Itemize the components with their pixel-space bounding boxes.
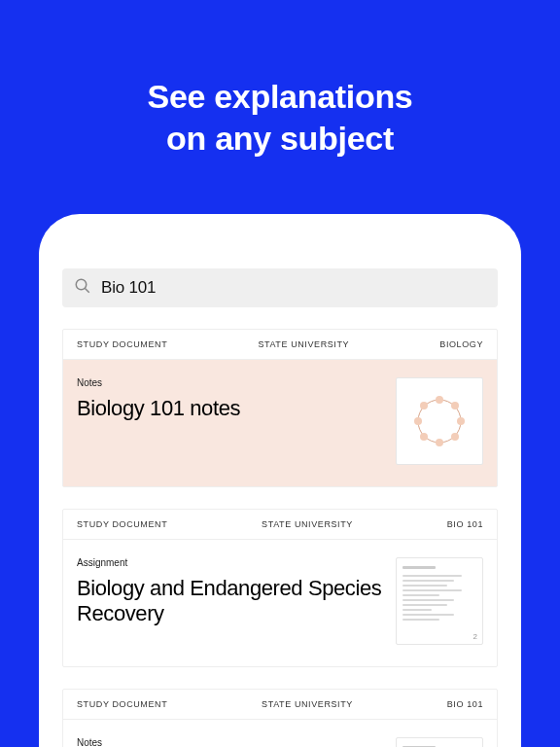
svg-point-7 [436, 439, 443, 446]
card-subject-label: BIO 101 [447, 699, 483, 709]
card-header: STUDY DOCUMENT STATE UNIVERSITY BIO 101 [63, 690, 497, 720]
search-input[interactable]: Bio 101 [62, 268, 498, 307]
card-body: Notes Biology 101 notes [63, 360, 497, 486]
page-count: 2 [473, 632, 477, 641]
svg-point-5 [457, 417, 465, 425]
svg-point-9 [414, 417, 422, 425]
card-header: STUDY DOCUMENT STATE UNIVERSITY BIOLOGY [63, 330, 497, 360]
doc-type: Notes [77, 737, 382, 747]
doc-type: Notes [77, 377, 382, 388]
card-type-label: STUDY DOCUMENT [77, 699, 167, 709]
card-type-label: STUDY DOCUMENT [77, 519, 167, 529]
card-subject-label: BIO 101 [447, 519, 483, 529]
card-header: STUDY DOCUMENT STATE UNIVERSITY BIO 101 [63, 510, 497, 540]
card-subject-label: BIOLOGY [439, 339, 483, 349]
doc-title: Biology 101 notes [77, 396, 382, 421]
card-text: Notes Biology and the Human Body [77, 737, 382, 747]
svg-line-1 [85, 288, 89, 293]
card-source-label: STATE UNIVERSITY [167, 699, 447, 709]
headline-line2: on any subject [166, 120, 394, 157]
svg-point-0 [76, 279, 87, 290]
svg-point-6 [451, 433, 459, 441]
thumbnail [396, 737, 483, 747]
result-card[interactable]: STUDY DOCUMENT STATE UNIVERSITY BIO 101 … [62, 689, 498, 747]
svg-point-8 [420, 433, 428, 441]
diagram-icon [408, 390, 471, 452]
search-query: Bio 101 [101, 278, 156, 298]
svg-point-10 [420, 402, 428, 409]
card-text: Notes Biology 101 notes [77, 377, 382, 465]
card-source-label: STATE UNIVERSITY [167, 519, 447, 529]
device-frame: Bio 101 STUDY DOCUMENT STATE UNIVERSITY … [39, 214, 521, 747]
result-card[interactable]: STUDY DOCUMENT STATE UNIVERSITY BIO 101 … [62, 509, 498, 667]
card-body: Assignment Biology and Endangered Specie… [63, 540, 497, 666]
svg-point-3 [436, 396, 443, 404]
result-card[interactable]: STUDY DOCUMENT STATE UNIVERSITY BIOLOGY … [62, 329, 498, 487]
card-source-label: STATE UNIVERSITY [167, 339, 439, 349]
headline-line1: See explanations [148, 78, 413, 115]
card-text: Assignment Biology and Endangered Specie… [77, 557, 382, 645]
thumbnail: 2 [396, 557, 483, 645]
doc-title: Biology and Endangered Species Recovery [77, 576, 382, 627]
card-body: Notes Biology and the Human Body [63, 720, 497, 747]
document-preview-icon [402, 566, 476, 623]
headline: See explanations on any subject [0, 0, 560, 159]
card-type-label: STUDY DOCUMENT [77, 339, 167, 349]
thumbnail [396, 377, 483, 465]
search-icon [74, 277, 91, 299]
svg-point-4 [451, 402, 459, 409]
doc-type: Assignment [77, 557, 382, 568]
